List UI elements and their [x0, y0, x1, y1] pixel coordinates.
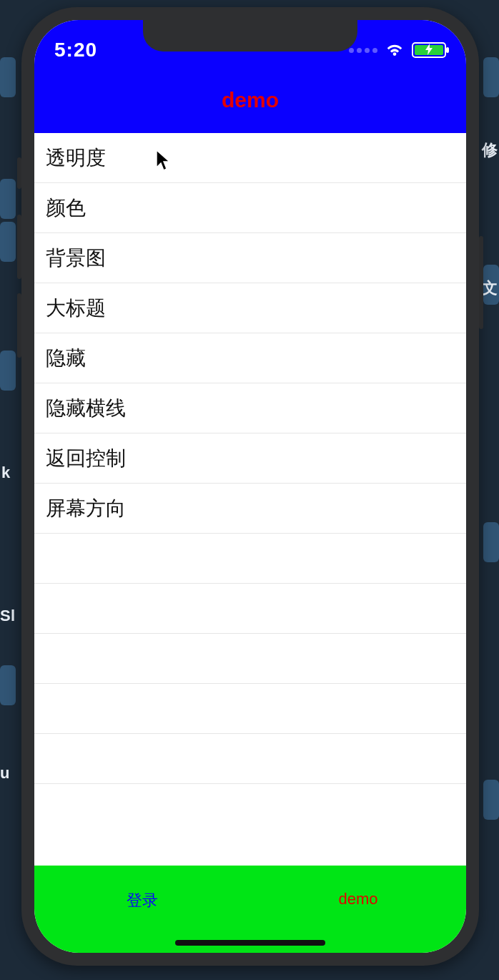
- settings-list[interactable]: 透明度 颜色 背景图 大标题 隐藏 隐藏横线 返回控制 屏幕方向: [34, 133, 466, 866]
- side-button-silence: [17, 157, 21, 189]
- side-button-volume-down: [17, 293, 21, 358]
- list-item[interactable]: [34, 684, 466, 734]
- list-item-label: 隐藏横线: [46, 395, 126, 422]
- bg-label: Sl: [0, 607, 15, 625]
- side-button-power: [479, 236, 483, 329]
- bg-label: 修: [482, 139, 498, 161]
- list-item-label: 隐藏: [46, 345, 86, 372]
- battery-charging-bolt-icon: [425, 44, 433, 57]
- home-indicator[interactable]: [175, 940, 325, 946]
- cellular-signal-icon: [349, 48, 377, 53]
- bg-label: u: [0, 764, 10, 783]
- list-item-label: 屏幕方向: [46, 495, 126, 522]
- bg-label: 文: [482, 278, 498, 299]
- list-item-background-image[interactable]: 背景图: [34, 233, 466, 283]
- list-item-large-title[interactable]: 大标题: [34, 283, 466, 333]
- phone-frame: 5:20 demo 透明度 颜色 背景图 大标题 隐: [21, 7, 479, 966]
- list-item-label: 颜色: [46, 195, 86, 222]
- wifi-icon: [385, 42, 405, 58]
- phone-screen: 5:20 demo 透明度 颜色 背景图 大标题 隐: [34, 20, 466, 953]
- tab-label: demo: [338, 890, 377, 908]
- list-item-color[interactable]: 颜色: [34, 183, 466, 233]
- list-item-opacity[interactable]: 透明度: [34, 133, 466, 183]
- list-item-label: 透明度: [46, 144, 106, 172]
- mouse-cursor-icon: [156, 150, 172, 175]
- side-button-volume-up: [17, 215, 21, 279]
- list-item[interactable]: [34, 734, 466, 784]
- phone-notch: [143, 20, 357, 52]
- page-title: demo: [222, 88, 279, 112]
- list-item-orientation[interactable]: 屏幕方向: [34, 484, 466, 534]
- battery-icon: [412, 42, 446, 58]
- list-item-back-control[interactable]: 返回控制: [34, 433, 466, 484]
- status-time: 5:20: [54, 39, 97, 62]
- navigation-bar: demo: [34, 67, 466, 133]
- list-item-hide[interactable]: 隐藏: [34, 333, 466, 383]
- list-item-label: 返回控制: [46, 445, 126, 472]
- list-item-hide-separator[interactable]: 隐藏横线: [34, 383, 466, 433]
- list-item-label: 大标题: [46, 295, 106, 322]
- list-item[interactable]: [34, 634, 466, 684]
- bg-label: k: [1, 464, 11, 482]
- tab-label: 登录: [127, 890, 158, 911]
- list-item[interactable]: [34, 534, 466, 584]
- list-item[interactable]: [34, 584, 466, 634]
- list-item-label: 背景图: [46, 245, 106, 272]
